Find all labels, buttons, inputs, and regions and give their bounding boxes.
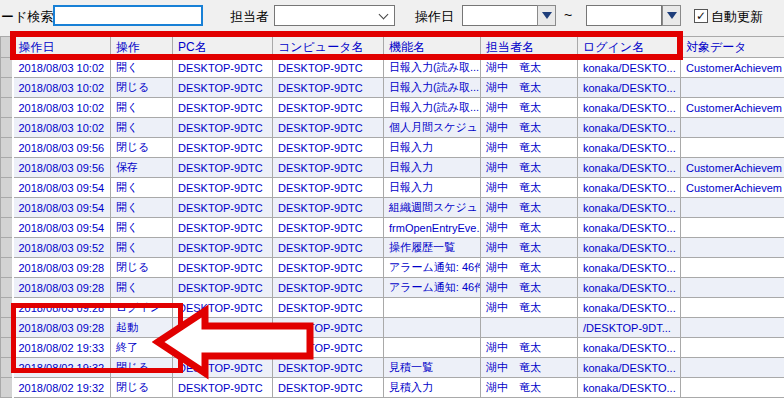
table-cell xyxy=(681,318,784,338)
selector-header-cell xyxy=(1,37,13,58)
table-cell: konaka/DESKTO... xyxy=(578,378,681,398)
table-cell: konaka/DESKTO... xyxy=(578,138,681,158)
table-row[interactable]: 2018/08/03 09:54開くDESKTOP-9DTCDESKTOP-9D… xyxy=(1,218,784,238)
row-selector[interactable] xyxy=(1,238,13,258)
table-cell: 湖中 竜太 xyxy=(481,238,578,258)
row-selector[interactable] xyxy=(1,158,13,178)
table-row[interactable]: 2018/08/03 10:02開くDESKTOP-9DTCDESKTOP-9D… xyxy=(1,98,784,118)
table-cell: 日報入力(読み取... xyxy=(384,98,481,118)
table-cell: 湖中 竜太 xyxy=(481,278,578,298)
table-row[interactable]: 2018/08/03 10:02閉じるDESKTOP-9DTCDESKTOP-9… xyxy=(1,78,784,98)
table-cell: DESKTOP-9DTC xyxy=(173,58,273,78)
keyword-search-input[interactable] xyxy=(53,5,203,26)
table-row[interactable]: 2018/08/02 19:33終了DESKTOP-9DTCDESKTOP-9D… xyxy=(1,338,784,358)
row-selector[interactable] xyxy=(1,358,13,378)
table-cell: 開く xyxy=(111,98,173,118)
table-cell: DESKTOP-9DTC xyxy=(273,178,384,198)
row-selector[interactable] xyxy=(1,218,13,238)
auto-update-checkbox[interactable]: ✓ xyxy=(694,9,708,23)
table-cell: CustomerAchievem xyxy=(681,58,784,78)
table-row[interactable]: 2018/08/03 10:02開くDESKTOP-9DTCDESKTOP-9D… xyxy=(1,58,784,78)
row-selector[interactable] xyxy=(1,138,13,158)
row-selector[interactable] xyxy=(1,318,13,338)
table-cell: CustomerAchievem xyxy=(681,178,784,198)
table-cell: DESKTOP-9DTC xyxy=(173,78,273,98)
table-cell: DESKTOP-9DTC xyxy=(173,258,273,278)
row-selector[interactable] xyxy=(1,198,13,218)
row-selector[interactable] xyxy=(1,98,13,118)
table-cell: DESKTOP-9DTC xyxy=(173,198,273,218)
table-cell: /DESKTOP-9DT... xyxy=(578,318,681,338)
table-cell: 起動 xyxy=(111,318,173,338)
table-cell: 閉じる xyxy=(111,78,173,98)
table-cell: 個人月間スケジュ xyxy=(384,118,481,138)
table-row[interactable]: 2018/08/03 09:56閉じるDESKTOP-9DTCDESKTOP-9… xyxy=(1,138,784,158)
calendar-arrow-icon xyxy=(542,12,552,19)
table-cell: DESKTOP-9DTC xyxy=(273,218,384,238)
table-row[interactable]: 2018/08/03 09:28起動DESKTOP-9DTCDESKTOP-9D… xyxy=(1,318,784,338)
operation-log-window: ード検索 担当者 操作日 ~ ✓ 自動更新 xyxy=(0,0,784,405)
row-selector[interactable] xyxy=(1,58,13,78)
column-header-login-name[interactable]: ログイン名 xyxy=(578,37,681,58)
column-header-operation-date[interactable]: 操作日 xyxy=(13,37,111,58)
table-cell: DESKTOP-9DTC xyxy=(273,158,384,178)
table-header-row: 操作日 操作 PC名 コンピュータ名 機能名 担当者名 ログイン名 対象データ xyxy=(1,37,784,58)
table-row[interactable]: 2018/08/03 09:54開くDESKTOP-9DTCDESKTOP-9D… xyxy=(1,178,784,198)
table-cell xyxy=(384,318,481,338)
row-selector[interactable] xyxy=(1,258,13,278)
table-cell: DESKTOP-9DTC xyxy=(173,318,273,338)
table-cell xyxy=(681,238,784,258)
table-row[interactable]: 2018/08/03 09:28閉じるDESKTOP-9DTCDESKTOP-9… xyxy=(1,258,784,278)
table-row[interactable]: 2018/08/03 10:02開くDESKTOP-9DTCDESKTOP-9D… xyxy=(1,118,784,138)
column-header-operation[interactable]: 操作 xyxy=(111,37,173,58)
table-cell: 日報入力(読み取... xyxy=(384,78,481,98)
table-cell: 2018/08/02 19:32 xyxy=(13,358,111,378)
row-selector[interactable] xyxy=(1,298,13,318)
table-cell: frmOpenEntryEve... xyxy=(384,218,481,238)
table-cell: konaka/DESKTO... xyxy=(578,158,681,178)
table-cell: konaka/DESKTO... xyxy=(578,298,681,318)
log-table-body: 2018/08/03 10:02開くDESKTOP-9DTCDESKTOP-9D… xyxy=(1,58,784,398)
table-cell: 2018/08/03 10:02 xyxy=(13,58,111,78)
column-header-staff-name[interactable]: 担当者名 xyxy=(481,37,578,58)
date-to-input[interactable] xyxy=(586,5,662,26)
table-cell: DESKTOP-9DTC xyxy=(273,118,384,138)
table-row[interactable]: 2018/08/03 09:52開くDESKTOP-9DTCDESKTOP-9D… xyxy=(1,238,784,258)
column-header-target-data[interactable]: 対象データ xyxy=(681,37,784,58)
table-row[interactable]: 2018/08/03 09:56保存DESKTOP-9DTCDESKTOP-9D… xyxy=(1,158,784,178)
table-cell: 2018/08/03 09:54 xyxy=(13,178,111,198)
table-cell: DESKTOP-9DTC xyxy=(273,258,384,278)
date-from-input[interactable] xyxy=(462,5,538,26)
table-row[interactable]: 2018/08/02 19:32閉じるDESKTOP-9DTCDESKTOP-9… xyxy=(1,378,784,398)
row-selector[interactable] xyxy=(1,178,13,198)
column-header-computer-name[interactable]: コンピュータ名 xyxy=(273,37,384,58)
row-selector[interactable] xyxy=(1,378,13,398)
table-cell: konaka/DESKTO... xyxy=(578,58,681,78)
table-cell: konaka/DESKTO... xyxy=(578,358,681,378)
column-header-pc-name[interactable]: PC名 xyxy=(173,37,273,58)
table-row[interactable]: 2018/08/02 19:32閉じるDESKTOP-9DTCDESKTOP-9… xyxy=(1,358,784,378)
row-selector[interactable] xyxy=(1,78,13,98)
date-to-dropdown-button[interactable] xyxy=(662,5,681,26)
row-selector[interactable] xyxy=(1,118,13,138)
table-cell: 日報入力(読み取... xyxy=(384,58,481,78)
filter-toolbar: ード検索 担当者 操作日 ~ ✓ 自動更新 xyxy=(0,0,784,33)
table-cell xyxy=(681,378,784,398)
table-cell: DESKTOP-9DTC xyxy=(273,278,384,298)
row-selector[interactable] xyxy=(1,338,13,358)
table-row[interactable]: 2018/08/03 09:28開くDESKTOP-9DTCDESKTOP-9D… xyxy=(1,278,784,298)
row-selector[interactable] xyxy=(1,278,13,298)
table-row[interactable]: 2018/08/03 09:54開くDESKTOP-9DTCDESKTOP-9D… xyxy=(1,198,784,218)
table-cell: 閉じる xyxy=(111,358,173,378)
staff-combobox[interactable] xyxy=(274,5,395,26)
table-cell: DESKTOP-9DTC xyxy=(173,218,273,238)
table-cell: DESKTOP-9DTC xyxy=(173,238,273,258)
table-cell: 湖中 竜太 xyxy=(481,258,578,278)
table-cell: 2018/08/03 09:52 xyxy=(13,238,111,258)
date-from-dropdown-button[interactable] xyxy=(537,5,556,26)
table-cell: 湖中 竜太 xyxy=(481,58,578,78)
calendar-arrow-icon xyxy=(667,12,677,19)
operation-date-label: 操作日 xyxy=(415,8,454,26)
table-row[interactable]: 2018/08/03 09:28ログインDESKTOP-9DTCDESKTOP-… xyxy=(1,298,784,318)
column-header-function-name[interactable]: 機能名 xyxy=(384,37,481,58)
